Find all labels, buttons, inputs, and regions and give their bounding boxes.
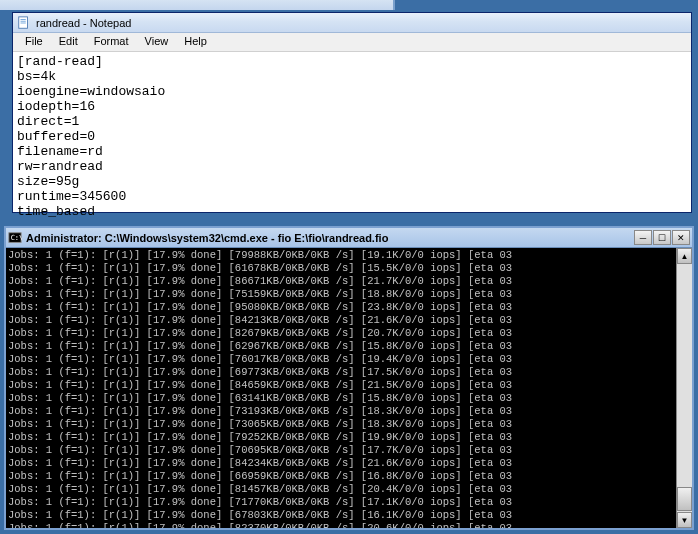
scroll-thumb[interactable]	[677, 487, 692, 511]
taskbar-edge	[0, 0, 395, 10]
notepad-title-text: randread - Notepad	[36, 17, 131, 29]
cmd-scrollbar[interactable]: ▲ ▼	[676, 248, 692, 528]
minimize-button[interactable]: ─	[634, 230, 652, 245]
cmd-icon: C:\	[8, 231, 22, 245]
window-buttons: ─ ☐ ✕	[634, 230, 690, 245]
scroll-down-button[interactable]: ▼	[677, 512, 692, 528]
cmd-output[interactable]: Jobs: 1 (f=1): [r(1)] [17.9% done] [7998…	[6, 248, 676, 528]
maximize-button[interactable]: ☐	[653, 230, 671, 245]
close-button[interactable]: ✕	[672, 230, 690, 245]
scroll-track[interactable]	[677, 264, 692, 512]
cmd-title-text: Administrator: C:\Windows\system32\cmd.e…	[26, 232, 630, 244]
cmd-titlebar[interactable]: C:\ Administrator: C:\Windows\system32\c…	[6, 228, 692, 248]
menu-view[interactable]: View	[137, 33, 177, 51]
notepad-text-area[interactable]: [rand-read] bs=4k ioengine=windowsaio io…	[13, 52, 691, 212]
notepad-window: randread - Notepad File Edit Format View…	[12, 12, 692, 213]
svg-text:C:\: C:\	[11, 233, 22, 241]
notepad-icon	[17, 16, 31, 30]
menu-help[interactable]: Help	[176, 33, 215, 51]
notepad-menubar: File Edit Format View Help	[13, 33, 691, 52]
scroll-up-button[interactable]: ▲	[677, 248, 692, 264]
menu-file[interactable]: File	[17, 33, 51, 51]
cmd-window: C:\ Administrator: C:\Windows\system32\c…	[4, 226, 694, 530]
notepad-titlebar[interactable]: randread - Notepad	[13, 13, 691, 33]
menu-edit[interactable]: Edit	[51, 33, 86, 51]
menu-format[interactable]: Format	[86, 33, 137, 51]
cmd-body: Jobs: 1 (f=1): [r(1)] [17.9% done] [7998…	[6, 248, 692, 528]
